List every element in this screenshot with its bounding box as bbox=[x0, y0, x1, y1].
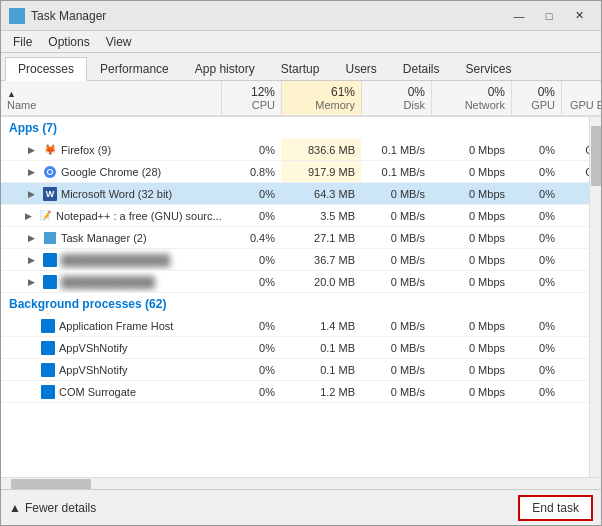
cell-gpu-engine bbox=[561, 315, 589, 336]
table-body[interactable]: Apps (7) ▶ 🦊 Firefox (9) 0% 836.6 MB 0.1… bbox=[1, 117, 589, 477]
chrome-icon bbox=[43, 165, 57, 179]
svg-rect-10 bbox=[50, 238, 56, 244]
col-gpu[interactable]: 0% GPU bbox=[511, 81, 561, 116]
cell-network: 0 Mbps bbox=[431, 315, 511, 336]
table-row[interactable]: ▶ W Microsoft Word (32 bit) 0% 64.3 MB 0… bbox=[1, 183, 589, 205]
expand-icon[interactable]: ▶ bbox=[25, 188, 37, 200]
end-task-button[interactable]: End task bbox=[518, 495, 593, 521]
close-button[interactable]: ✕ bbox=[565, 6, 593, 26]
unknown-app-icon bbox=[43, 253, 57, 267]
minimize-button[interactable]: — bbox=[505, 6, 533, 26]
expand-icon[interactable]: ▶ bbox=[25, 254, 37, 266]
col-cpu[interactable]: 12% CPU bbox=[221, 81, 281, 116]
table-row[interactable]: ▶ ████████████ 0% 20.0 MB 0 MB/s 0 Mbps … bbox=[1, 271, 589, 293]
horizontal-scrollbar[interactable] bbox=[1, 477, 601, 489]
titlebar: Task Manager — □ ✕ bbox=[1, 1, 601, 31]
expand-icon[interactable]: ▶ bbox=[25, 166, 37, 178]
scrollbar-thumb[interactable] bbox=[591, 126, 601, 186]
cell-network: 0 Mbps bbox=[431, 161, 511, 182]
cell-gpu-engine: GPU 0 - bbox=[561, 161, 589, 182]
cell-gpu: 0% bbox=[511, 315, 561, 336]
window-controls: — □ ✕ bbox=[505, 6, 593, 26]
cell-disk: 0 MB/s bbox=[361, 249, 431, 270]
tab-app-history[interactable]: App history bbox=[182, 56, 268, 80]
cell-memory: 0.1 MB bbox=[281, 359, 361, 380]
col-network[interactable]: 0% Network bbox=[431, 81, 511, 116]
horiz-scrollbar-thumb[interactable] bbox=[11, 479, 91, 489]
process-name: Application Frame Host bbox=[59, 320, 173, 332]
tab-details[interactable]: Details bbox=[390, 56, 453, 80]
cell-cpu: 0% bbox=[221, 359, 281, 380]
scroll-up-arrow[interactable] bbox=[590, 117, 601, 125]
table-row[interactable]: ▶ ██████████████ 0% 36.7 MB 0 MB/s 0 Mbp… bbox=[1, 249, 589, 271]
cell-gpu-engine bbox=[561, 205, 589, 226]
cell-gpu-engine bbox=[561, 381, 589, 402]
table-row[interactable]: ▶ Task Manager (2) 0.4% 27.1 MB bbox=[1, 227, 589, 249]
col-gpu-engine[interactable]: GPU Engin bbox=[561, 81, 601, 116]
process-name: AppVShNotify bbox=[59, 342, 127, 354]
column-headers: ▲ Name 12% CPU 61% Memory 0% Disk 0% Net… bbox=[1, 81, 601, 117]
word-icon: W bbox=[43, 187, 57, 201]
vertical-scrollbar[interactable] bbox=[589, 117, 601, 477]
menu-view[interactable]: View bbox=[98, 33, 140, 51]
sort-arrow-icon: ▲ bbox=[7, 89, 16, 99]
table-row[interactable]: ▶ Google Chrome (28) 0.8% 917.9 MB 0.1 M bbox=[1, 161, 589, 183]
table-row[interactable]: COM Surrogate 0% 1.2 MB 0 MB/s 0 Mbps 0% bbox=[1, 381, 589, 403]
tab-bar: Processes Performance App history Startu… bbox=[1, 53, 601, 81]
process-name: COM Surrogate bbox=[59, 386, 136, 398]
taskmanager-icon bbox=[43, 231, 57, 245]
table-row[interactable]: AppVShNotify 0% 0.1 MB 0 MB/s 0 Mbps 0% bbox=[1, 359, 589, 381]
cell-gpu: 0% bbox=[511, 205, 561, 226]
svg-rect-1 bbox=[18, 8, 25, 15]
expand-icon[interactable]: ▶ bbox=[25, 210, 32, 222]
footer: ▲ Fewer details End task bbox=[1, 489, 601, 525]
cell-gpu: 0% bbox=[511, 227, 561, 248]
tab-services[interactable]: Services bbox=[453, 56, 525, 80]
cell-memory: 1.4 MB bbox=[281, 315, 361, 336]
process-name: ██████████████ bbox=[61, 254, 170, 266]
maximize-button[interactable]: □ bbox=[535, 6, 563, 26]
tab-users[interactable]: Users bbox=[332, 56, 389, 80]
cell-cpu: 0% bbox=[221, 183, 281, 204]
table-row[interactable]: AppVShNotify 0% 0.1 MB 0 MB/s 0 Mbps 0% bbox=[1, 337, 589, 359]
process-name: Firefox (9) bbox=[61, 144, 111, 156]
cell-gpu-engine bbox=[561, 249, 589, 270]
col-name[interactable]: ▲ Name bbox=[1, 81, 221, 116]
cell-cpu: 0% bbox=[221, 249, 281, 270]
table-row[interactable]: Application Frame Host 0% 1.4 MB 0 MB/s … bbox=[1, 315, 589, 337]
svg-rect-2 bbox=[9, 17, 16, 24]
cell-gpu-engine bbox=[561, 359, 589, 380]
svg-rect-3 bbox=[18, 17, 25, 24]
table-row[interactable]: ▶ 🦊 Firefox (9) 0% 836.6 MB 0.1 MB/s 0 M… bbox=[1, 139, 589, 161]
menu-file[interactable]: File bbox=[5, 33, 40, 51]
cell-gpu: 0% bbox=[511, 139, 561, 160]
cell-gpu-engine bbox=[561, 227, 589, 248]
cell-gpu: 0% bbox=[511, 249, 561, 270]
cell-name: ▶ 📝 Notepad++ : a free (GNU) sourc... bbox=[1, 205, 221, 226]
cell-disk: 0 MB/s bbox=[361, 271, 431, 292]
cell-name: Application Frame Host bbox=[1, 315, 221, 336]
menubar: File Options View bbox=[1, 31, 601, 53]
tab-startup[interactable]: Startup bbox=[268, 56, 333, 80]
menu-options[interactable]: Options bbox=[40, 33, 97, 51]
table-container: Apps (7) ▶ 🦊 Firefox (9) 0% 836.6 MB 0.1… bbox=[1, 117, 601, 477]
expand-icon[interactable]: ▶ bbox=[25, 144, 37, 156]
col-memory[interactable]: 61% Memory bbox=[281, 81, 361, 116]
cell-gpu: 0% bbox=[511, 381, 561, 402]
expand-icon[interactable]: ▶ bbox=[25, 276, 37, 288]
tab-performance[interactable]: Performance bbox=[87, 56, 182, 80]
cell-name: ▶ Google Chrome (28) bbox=[1, 161, 221, 182]
table-row[interactable]: ▶ 📝 Notepad++ : a free (GNU) sourc... 0%… bbox=[1, 205, 589, 227]
com-surrogate-icon bbox=[41, 385, 55, 399]
fewer-details-button[interactable]: ▲ Fewer details bbox=[9, 501, 96, 515]
cell-memory: 0.1 MB bbox=[281, 337, 361, 358]
tab-processes[interactable]: Processes bbox=[5, 57, 87, 81]
cell-name: ▶ 🦊 Firefox (9) bbox=[1, 139, 221, 160]
cell-memory: 836.6 MB bbox=[281, 139, 361, 160]
cell-name: COM Surrogate bbox=[1, 381, 221, 402]
cell-gpu: 0% bbox=[511, 337, 561, 358]
cell-network: 0 Mbps bbox=[431, 227, 511, 248]
window-title: Task Manager bbox=[31, 9, 505, 23]
expand-icon[interactable]: ▶ bbox=[25, 232, 37, 244]
col-disk[interactable]: 0% Disk bbox=[361, 81, 431, 116]
